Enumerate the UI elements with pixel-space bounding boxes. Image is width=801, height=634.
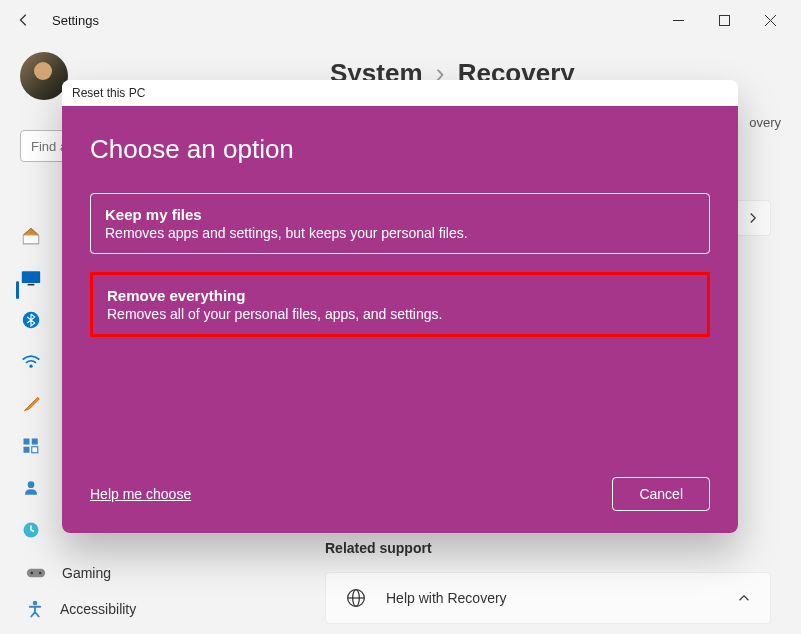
svg-rect-3 <box>22 271 40 283</box>
chevron-up-icon <box>738 592 750 604</box>
maximize-button[interactable] <box>701 4 747 36</box>
chevron-right-icon <box>747 212 759 224</box>
cancel-button[interactable]: Cancel <box>612 477 710 511</box>
svg-rect-2 <box>24 235 39 243</box>
svg-rect-9 <box>24 447 30 453</box>
help-recovery-card[interactable]: Help with Recovery <box>325 572 771 624</box>
svg-point-16 <box>33 601 38 606</box>
sidebar-item-accessibility[interactable]: Accessibility <box>20 591 280 627</box>
related-support-heading: Related support <box>325 540 432 556</box>
option-title: Keep my files <box>105 206 695 223</box>
apps-icon[interactable] <box>20 435 42 457</box>
sidebar-item-gaming[interactable]: Gaming <box>20 555 280 591</box>
dialog-window-title: Reset this PC <box>62 80 738 106</box>
reset-pc-dialog: Reset this PC Choose an option Keep my f… <box>62 80 738 533</box>
person-icon[interactable] <box>20 477 42 499</box>
svg-point-14 <box>31 572 33 575</box>
system-icon[interactable] <box>20 267 42 289</box>
dialog-heading: Choose an option <box>90 134 710 165</box>
svg-rect-13 <box>27 569 45 577</box>
window-title: Settings <box>52 13 99 28</box>
svg-rect-10 <box>32 447 38 453</box>
minimize-icon <box>673 15 684 26</box>
minimize-button[interactable] <box>655 4 701 36</box>
dialog-footer: Help me choose Cancel <box>90 477 710 511</box>
titlebar: Settings <box>0 0 801 40</box>
sidebar-item-label: Gaming <box>62 565 111 581</box>
sidebar-item-privacy[interactable]: Privacy & security <box>20 627 280 634</box>
svg-point-6 <box>29 365 32 368</box>
sidebar-list: Gaming Accessibility Privacy & security <box>20 555 280 634</box>
arrow-left-icon <box>17 13 31 27</box>
option-keep-files[interactable]: Keep my files Removes apps and settings,… <box>90 193 710 254</box>
selection-indicator <box>16 281 19 299</box>
home-icon[interactable] <box>20 225 42 247</box>
nav-icon-strip <box>20 225 42 541</box>
bluetooth-icon[interactable] <box>20 309 42 331</box>
option-desc: Removes apps and settings, but keeps you… <box>105 225 695 241</box>
dialog-body: Choose an option Keep my files Removes a… <box>62 106 738 533</box>
expand-button[interactable] <box>735 200 771 236</box>
back-button[interactable] <box>8 4 40 36</box>
help-me-choose-link[interactable]: Help me choose <box>90 486 191 502</box>
svg-rect-7 <box>24 439 30 445</box>
brush-icon[interactable] <box>20 393 42 415</box>
window-controls <box>655 4 793 36</box>
svg-point-11 <box>28 481 35 488</box>
obscured-text: overy <box>749 115 781 130</box>
globe-clock-icon[interactable] <box>20 519 42 541</box>
close-icon <box>765 15 776 26</box>
close-button[interactable] <box>747 4 793 36</box>
svg-point-15 <box>39 572 42 575</box>
globe-icon <box>346 588 366 608</box>
sidebar-item-label: Accessibility <box>60 601 136 617</box>
svg-rect-1 <box>719 15 729 25</box>
accessibility-icon <box>26 599 44 619</box>
svg-rect-8 <box>32 439 38 445</box>
help-card-label: Help with Recovery <box>386 590 507 606</box>
gaming-icon <box>26 565 46 581</box>
wifi-icon[interactable] <box>20 351 42 373</box>
option-title: Remove everything <box>107 287 693 304</box>
option-remove-everything[interactable]: Remove everything Removes all of your pe… <box>90 272 710 337</box>
avatar[interactable] <box>20 52 68 100</box>
option-desc: Removes all of your personal files, apps… <box>107 306 693 322</box>
svg-rect-4 <box>28 284 35 286</box>
maximize-icon <box>719 15 730 26</box>
